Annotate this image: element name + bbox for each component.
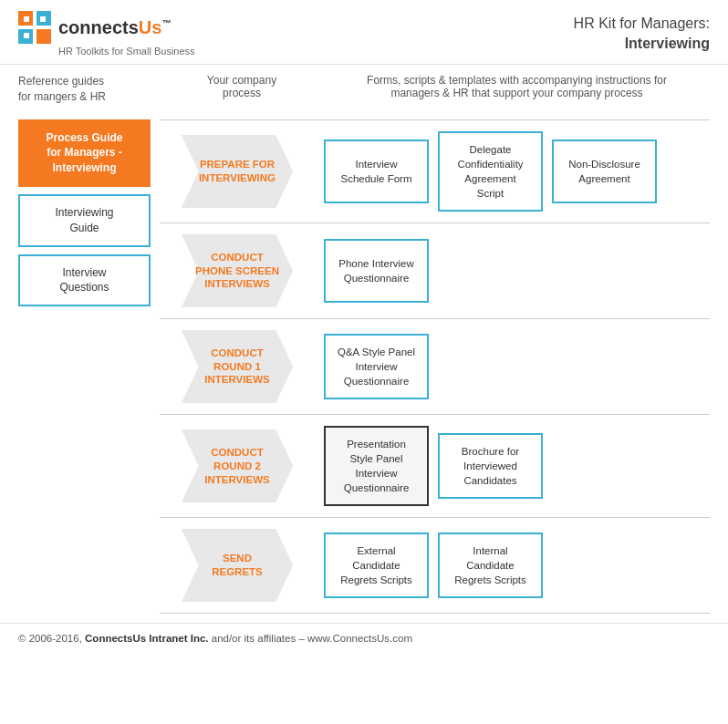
process-label-round2: CONDUCT ROUND 2 INTERVIEWS (197, 446, 276, 487)
chevron-prepare: PREPARE FOR INTERVIEWING (178, 135, 296, 208)
logo-area: connectsUs™ HR Toolkits for Small Busine… (18, 11, 195, 57)
process-row-round1: CONDUCT ROUND 1 INTERVIEWS Q&A Style Pan… (160, 318, 710, 414)
svg-rect-3 (36, 29, 51, 44)
card-phone-interview-q[interactable]: Phone Interview Questionnaire (324, 239, 429, 303)
svg-rect-4 (24, 16, 29, 22)
process-row-phone-screen: CONDUCT PHONE SCREEN INTERVIEWS Phone In… (160, 222, 710, 318)
sidebar-item-interviewing-guide-label: Interviewing Guide (55, 205, 113, 236)
header-title-line1: HR Kit for Managers: (574, 16, 710, 31)
card-label-brochure-candidates: Brochure for Interviewed Candidates (462, 444, 519, 488)
footer: © 2006-2016, ConnectsUs Intranet Inc. an… (0, 623, 728, 653)
process-label-send-regrets: SEND REGRETS (204, 552, 270, 579)
svg-rect-6 (24, 33, 29, 38)
forms-column-round1: Q&A Style Panel Interview Questionnaire (315, 334, 710, 399)
process-step-round1: CONDUCT ROUND 1 INTERVIEWS (160, 330, 315, 403)
chevron-round2: CONDUCT ROUND 2 INTERVIEWS (178, 429, 296, 502)
process-step-send-regrets: SEND REGRETS (160, 529, 315, 602)
sidebar: Process Guide for Managers - Interviewin… (18, 110, 160, 615)
card-label-non-disclosure: Non-Disclosure Agreement (568, 157, 640, 186)
header-title-line2: Interviewing (574, 34, 710, 54)
process-step-prepare: PREPARE FOR INTERVIEWING (160, 135, 315, 208)
card-label-delegate-confidentiality: Delegate Confidentiality Agreement Scrip… (457, 142, 523, 201)
forms-column-round2: Presentation Style Panel Interview Quest… (315, 426, 710, 506)
col-header-process: Your companyprocess (160, 74, 315, 105)
logo-brand: connectsUs™ (18, 11, 195, 44)
logo-tagline: HR Toolkits for Small Business (58, 46, 195, 57)
svg-rect-5 (40, 16, 46, 22)
card-presentation-panel[interactable]: Presentation Style Panel Interview Quest… (324, 426, 429, 506)
card-label-external-regrets: External Candidate Regrets Scripts (340, 543, 412, 587)
card-label-interview-schedule-form: Interview Schedule Form (341, 157, 412, 186)
logo-us: Us (139, 17, 162, 37)
header-title: HR Kit for Managers: Interviewing (574, 14, 710, 55)
sidebar-item-process-guide[interactable]: Process Guide for Managers - Interviewin… (18, 119, 151, 187)
sidebar-item-interviewing-guide[interactable]: Interviewing Guide (18, 194, 151, 247)
sidebar-item-process-guide-label: Process Guide for Managers - Interviewin… (46, 130, 122, 176)
sidebar-item-interview-questions[interactable]: Interview Questions (18, 254, 151, 307)
process-row-prepare: PREPARE FOR INTERVIEWING Interview Sched… (160, 119, 710, 222)
forms-column-phone-screen: Phone Interview Questionnaire (315, 239, 710, 303)
chevron-round1: CONDUCT ROUND 1 INTERVIEWS (178, 330, 296, 403)
col-header-forms: Forms, scripts & templates with accompan… (315, 74, 710, 105)
column-headers: Reference guidesfor mangers & HR Your co… (0, 65, 728, 110)
process-row-round2: CONDUCT ROUND 2 INTERVIEWS Presentation … (160, 414, 710, 517)
card-label-qa-panel: Q&A Style Panel Interview Questionnaire (338, 345, 415, 388)
logo-icon (18, 11, 51, 44)
chevron-phone-screen: CONDUCT PHONE SCREEN INTERVIEWS (178, 234, 296, 307)
process-step-round2: CONDUCT ROUND 2 INTERVIEWS (160, 429, 315, 502)
page-header: connectsUs™ HR Toolkits for Small Busine… (0, 0, 728, 65)
logo-text: connectsUs™ (58, 17, 171, 38)
logo-trademark: ™ (161, 18, 171, 28)
process-label-prepare: PREPARE FOR INTERVIEWING (192, 158, 283, 185)
card-external-regrets[interactable]: External Candidate Regrets Scripts (324, 533, 429, 598)
sidebar-item-interview-questions-label: Interview Questions (59, 265, 109, 296)
col-header-sidebar: Reference guidesfor mangers & HR (18, 74, 160, 105)
footer-copyright: © 2006-2016, (18, 633, 82, 644)
card-non-disclosure[interactable]: Non-Disclosure Agreement (552, 140, 657, 203)
process-area: PREPARE FOR INTERVIEWING Interview Sched… (160, 110, 710, 615)
card-delegate-confidentiality[interactable]: Delegate Confidentiality Agreement Scrip… (438, 131, 543, 212)
main-content: Process Guide for Managers - Interviewin… (0, 110, 728, 615)
footer-rest: and/or its affiliates – www.ConnectsUs.c… (212, 633, 412, 644)
card-label-presentation-panel: Presentation Style Panel Interview Quest… (344, 437, 410, 495)
card-brochure-candidates[interactable]: Brochure for Interviewed Candidates (438, 433, 543, 499)
chevron-send-regrets: SEND REGRETS (178, 529, 296, 602)
forms-column-prepare: Interview Schedule Form Delegate Confide… (315, 131, 710, 212)
process-row-send-regrets: SEND REGRETS External Candidate Regrets … (160, 517, 710, 614)
footer-company: ConnectsUs Intranet Inc. (85, 633, 208, 644)
card-interview-schedule-form[interactable]: Interview Schedule Form (324, 140, 429, 203)
card-internal-regrets[interactable]: Internal Candidate Regrets Scripts (438, 533, 543, 598)
process-label-round1: CONDUCT ROUND 1 INTERVIEWS (197, 346, 276, 388)
card-label-phone-interview-q: Phone Interview Questionnaire (338, 256, 413, 285)
card-qa-panel[interactable]: Q&A Style Panel Interview Questionnaire (324, 334, 429, 399)
process-label-phone-screen: CONDUCT PHONE SCREEN INTERVIEWS (188, 251, 286, 292)
card-label-internal-regrets: Internal Candidate Regrets Scripts (454, 543, 526, 587)
forms-column-send-regrets: External Candidate Regrets Scripts Inter… (315, 533, 710, 598)
process-step-phone-screen: CONDUCT PHONE SCREEN INTERVIEWS (160, 234, 315, 307)
